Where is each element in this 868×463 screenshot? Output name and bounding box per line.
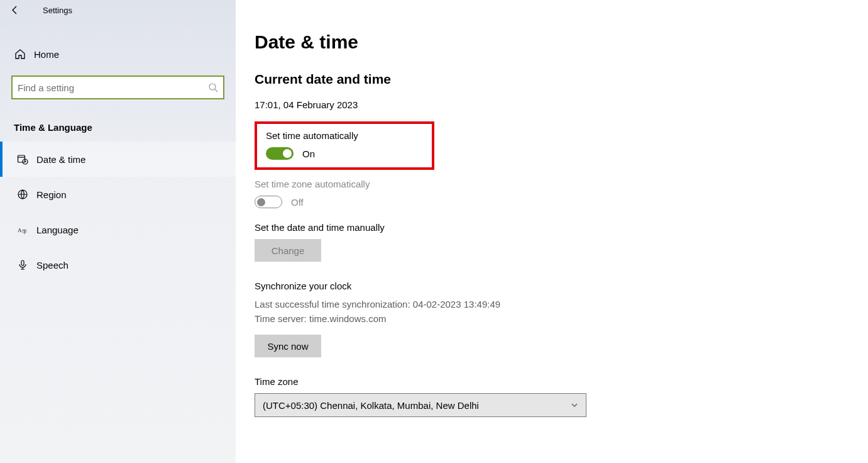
svg-rect-8 [21, 260, 24, 265]
set-time-auto-state: On [302, 148, 315, 159]
sidebar-home-label: Home [34, 49, 59, 60]
sidebar-item-region[interactable]: Region [0, 177, 236, 212]
sidebar-item-date-time[interactable]: Date & time [0, 142, 236, 177]
svg-line-1 [215, 89, 217, 92]
main-content: Date & time Current date and time 17:01,… [236, 0, 868, 463]
sidebar-item-label: Region [36, 189, 67, 200]
svg-point-0 [209, 84, 216, 90]
chevron-down-icon [571, 401, 578, 409]
set-time-auto-row: On [266, 147, 423, 160]
app-title: Settings [43, 6, 72, 15]
current-datetime-heading: Current date and time [255, 72, 849, 87]
search-container [0, 75, 236, 99]
set-tz-auto-toggle [255, 196, 282, 208]
app-root: Settings Home Time & Language [0, 0, 868, 463]
set-tz-auto-row: Off [255, 196, 849, 208]
sync-now-button[interactable]: Sync now [255, 335, 321, 357]
language-icon: A字 [16, 224, 29, 235]
set-time-auto-highlight: Set time automatically On [255, 121, 434, 170]
sidebar-item-speech[interactable]: Speech [0, 247, 236, 282]
sidebar-item-language[interactable]: A字 Language [0, 212, 236, 247]
sync-last-label: Last successful time synchronization: [255, 299, 410, 310]
globe-icon [16, 189, 29, 200]
sidebar-home[interactable]: Home [0, 20, 236, 75]
microphone-icon [16, 259, 29, 271]
home-icon [14, 48, 26, 60]
sync-server-value: time.windows.com [309, 313, 387, 324]
manual-datetime-group: Set the date and time manually Change [255, 222, 849, 262]
sidebar-item-label: Language [36, 225, 79, 235]
page-title: Date & time [255, 31, 849, 53]
arrow-left-icon [10, 5, 20, 15]
set-tz-auto-state: Off [291, 197, 304, 208]
sync-info: Last successful time synchronization: 04… [255, 298, 849, 326]
sidebar: Settings Home Time & Language [0, 0, 236, 463]
sidebar-header: Settings [0, 0, 236, 20]
svg-rect-2 [18, 155, 25, 162]
set-time-auto-toggle[interactable] [266, 147, 294, 160]
search-icon [208, 82, 218, 92]
svg-text:字: 字 [22, 229, 27, 235]
sidebar-item-label: Date & time [36, 154, 85, 165]
timezone-value: (UTC+05:30) Chennai, Kolkata, Mumbai, Ne… [263, 400, 479, 411]
set-tz-auto-label: Set time zone automatically [255, 179, 849, 189]
sidebar-nav: Date & time Region A字 Language Speech [0, 142, 236, 282]
set-tz-auto-group: Set time zone automatically Off [255, 179, 849, 208]
timezone-label: Time zone [255, 376, 849, 387]
sync-group: Synchronize your clock Last successful t… [255, 281, 849, 357]
sidebar-category-title: Time & Language [0, 99, 236, 142]
search-box[interactable] [11, 75, 224, 99]
sync-heading: Synchronize your clock [255, 281, 849, 291]
back-button[interactable] [8, 3, 23, 18]
change-button: Change [255, 239, 321, 262]
search-input[interactable] [18, 82, 208, 93]
sync-last-value: 04-02-2023 13:49:49 [413, 299, 500, 310]
svg-text:A: A [18, 227, 22, 233]
calendar-clock-icon [16, 153, 29, 165]
timezone-dropdown[interactable]: (UTC+05:30) Chennai, Kolkata, Mumbai, Ne… [255, 393, 586, 417]
manual-datetime-label: Set the date and time manually [255, 222, 849, 233]
sync-server-label: Time server: [255, 313, 307, 324]
sidebar-item-label: Speech [36, 260, 69, 271]
current-datetime-value: 17:01, 04 February 2023 [255, 99, 849, 110]
set-time-auto-label: Set time automatically [266, 130, 423, 141]
